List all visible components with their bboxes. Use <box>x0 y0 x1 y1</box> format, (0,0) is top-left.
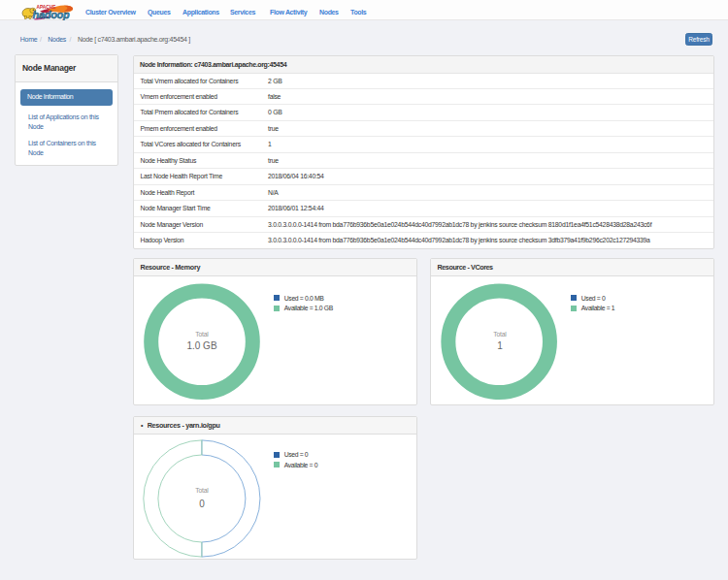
svg-text:hadoop: hadoop <box>33 9 70 20</box>
